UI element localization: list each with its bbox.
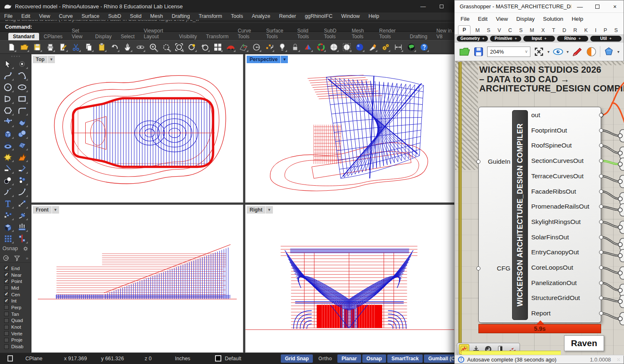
tool-surface-from-points-icon[interactable] [1, 116, 15, 128]
checkbox-tan[interactable] [4, 312, 9, 316]
toolbar-tab-solid-tools[interactable]: Solid Tools [293, 27, 319, 40]
osnap-option-cen[interactable]: Cen [4, 291, 31, 298]
resize-grip[interactable]: ⁙ [617, 357, 620, 362]
toolbar-tab-render-tools[interactable]: Render Tools [375, 27, 405, 40]
toolbar-tab-visibility[interactable]: Visibility [174, 33, 201, 40]
filter-funnel-icon[interactable] [13, 254, 21, 262]
status-toggle-planar[interactable]: Planar [337, 354, 361, 363]
osnap-option-int[interactable]: Int [4, 298, 31, 304]
viewport-front[interactable]: Front▼ [31, 204, 243, 353]
tool-edit-curve-icon[interactable] [15, 70, 29, 81]
open-file-icon[interactable] [459, 46, 470, 57]
menu-curve[interactable]: Curve [59, 13, 73, 19]
tool-point-icon[interactable] [15, 58, 29, 70]
toolbar-tab-set-view[interactable]: Set View [67, 27, 90, 40]
menu-window[interactable]: Window [341, 13, 359, 19]
output-grip-out[interactable] [599, 113, 603, 117]
checkbox-cen[interactable] [4, 292, 9, 297]
output-param-terracecurvesout[interactable]: TerraceCurvesOut [531, 172, 600, 180]
chevron-down-icon[interactable]: ▼ [48, 56, 55, 63]
sketch-pen-icon[interactable] [572, 46, 583, 57]
output-param-coreloopsout[interactable]: CoreLoopsOut [531, 264, 600, 271]
output-grip-footprintout[interactable] [599, 128, 603, 133]
tool-torus-icon[interactable] [1, 140, 15, 151]
gh-tab-10-r[interactable]: R [571, 26, 579, 34]
project-osnap-icon[interactable] [2, 254, 10, 262]
output-param-promenaderailsout[interactable]: PromenadeRailsOut [531, 203, 600, 210]
menu-view[interactable]: View [39, 13, 50, 19]
tool-curved-surface-icon[interactable] [15, 116, 29, 128]
gh-group-util[interactable]: Util+ [590, 36, 622, 42]
tool-move-icon[interactable] [15, 198, 29, 209]
tool-select-arrow-icon[interactable] [1, 58, 15, 70]
current-layer-label[interactable]: Default [225, 356, 241, 362]
menu-render[interactable]: Render [279, 13, 296, 19]
checkbox-proje[interactable] [4, 338, 9, 342]
selection-filter-icon[interactable] [7, 355, 13, 362]
mesh-sphere-icon[interactable] [341, 42, 352, 52]
tool-fillet-corner-icon[interactable] [15, 105, 29, 116]
checkbox-point[interactable] [4, 279, 9, 284]
save-icon[interactable] [473, 46, 484, 57]
dimension-icon[interactable] [393, 42, 404, 52]
gh-tab-2-s[interactable]: S [484, 26, 493, 34]
undo-view-icon[interactable] [199, 42, 210, 52]
viewport-top[interactable]: Top▼ [31, 54, 243, 203]
open-file-icon[interactable] [19, 42, 30, 52]
viewport-layout-icon[interactable] [212, 42, 223, 52]
tool-explode-icon[interactable] [1, 151, 15, 163]
output-grip-facaderibsout[interactable] [599, 189, 603, 194]
viewport-top-label[interactable]: Top [33, 56, 47, 63]
tool-circle-icon[interactable] [1, 81, 15, 93]
zoom-extents-icon[interactable] [533, 46, 545, 57]
help-icon[interactable] [418, 42, 429, 52]
menu-drafting[interactable]: Drafting [172, 13, 190, 19]
tool-ellipse-icon[interactable] [15, 81, 29, 93]
output-param-out[interactable]: out [531, 111, 600, 119]
chevron-down-icon[interactable]: ▼ [52, 206, 59, 214]
status-toggle-grid-snap[interactable]: Grid Snap [281, 354, 313, 363]
input-param-cfg[interactable]: CFG [480, 265, 510, 272]
toolbar-tab-select[interactable]: Select [116, 33, 139, 40]
menu-tools[interactable]: Tools [231, 13, 243, 19]
menu-ggrhinoifc[interactable]: ggRhinoIFC [305, 13, 333, 19]
chevron-down-icon[interactable]: ▾ [567, 49, 569, 54]
paste-icon[interactable] [96, 42, 107, 52]
gh-menu-solution[interactable]: Solution [543, 16, 563, 22]
osnap-option-end[interactable]: End [4, 265, 31, 272]
tool-adjust-curve-icon[interactable] [1, 186, 15, 198]
tool-array-icon[interactable] [1, 209, 15, 221]
input-param-guidein[interactable]: GuideIn [480, 158, 510, 165]
dock-drag-handle[interactable] [0, 54, 31, 58]
output-param-sectioncurvesout[interactable]: SectionCurvesOut [531, 157, 600, 165]
spotlight-icon[interactable] [367, 42, 378, 52]
output-grip-skylightringsout[interactable] [599, 220, 603, 224]
output-param-structuregridout[interactable]: StructureGridOut [531, 294, 600, 302]
color-wheel-icon[interactable] [315, 42, 326, 52]
tool-section-icon[interactable] [15, 233, 29, 244]
tool-spheres-icon[interactable] [15, 128, 29, 140]
save-icon[interactable] [32, 42, 42, 52]
osnap-expand-chevron[interactable]: » [26, 256, 28, 261]
viewport-right-label[interactable]: Right [247, 206, 265, 214]
rhino-maximize-button[interactable] [432, 0, 451, 12]
tool-rectangle-icon[interactable] [15, 93, 29, 105]
pan-icon[interactable] [122, 42, 133, 52]
tool-boolean-difference-icon[interactable] [15, 175, 29, 186]
grasshopper-canvas[interactable]: WICKERSON STUDIOS 2026 – DATA to 3D CAD … [455, 61, 624, 356]
viewport-right[interactable]: Right▼ [245, 204, 456, 353]
osnap-option-near[interactable]: Near [4, 272, 31, 278]
menu-edit[interactable]: Edit [21, 13, 30, 19]
preview-shaded-icon[interactable] [586, 46, 597, 57]
osnap-option-point[interactable]: Point [4, 278, 31, 285]
shaded-sphere-icon[interactable] [328, 42, 339, 52]
tool-split-icon[interactable] [15, 163, 29, 175]
output-grip-terracecurvesout[interactable] [599, 174, 603, 178]
rotate-view-icon[interactable] [135, 42, 146, 52]
zoom-extents-icon[interactable] [173, 42, 184, 52]
input-grip-cfg[interactable] [476, 266, 480, 271]
menu-mesh[interactable]: Mesh [150, 13, 163, 19]
cut-icon[interactable] [70, 42, 81, 52]
tool-rotate-icon[interactable] [15, 209, 29, 221]
tool-box-icon[interactable] [1, 128, 15, 140]
